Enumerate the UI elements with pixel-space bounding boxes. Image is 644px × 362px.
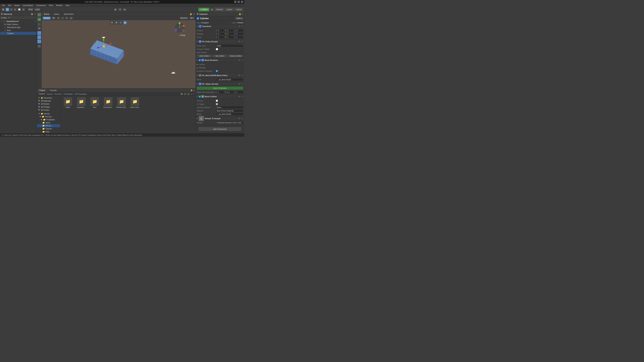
cloud-button[interactable]: ☁ xyxy=(210,8,214,11)
pos-y-field[interactable]: 0 xyxy=(226,29,234,32)
inspector-hamburger[interactable]: ☰ xyxy=(197,13,198,15)
search-button[interactable]: 🔍 xyxy=(180,93,183,95)
static-badge[interactable]: Static ▾ xyxy=(235,17,243,19)
file-icosphere[interactable]: 📁 Icosphere ... xyxy=(76,97,87,108)
menu-gameobject[interactable]: GameObject xyxy=(22,4,34,7)
menu-component[interactable]: Component xyxy=(35,4,47,7)
menu-file[interactable]: File xyxy=(1,4,6,7)
rot-z-field[interactable]: 0 xyxy=(236,32,243,35)
component-pbobject-header[interactable]: ▼ PO Pb_Object (Script) ⚙ ≡ xyxy=(196,82,244,86)
inspector-lock[interactable]: 🔒 xyxy=(238,13,241,15)
effects-toggle[interactable]: ✦ xyxy=(65,16,68,19)
file-runtimeedi[interactable]: 📁 Runtime Edi... xyxy=(116,97,128,108)
v-btn-x[interactable]: X xyxy=(37,31,41,35)
sidebar-item-allmodels[interactable]: 🔍 All Models xyxy=(37,102,60,105)
breadcrumb-probuilder[interactable]: ProBuilder xyxy=(64,93,72,95)
project-create-button[interactable]: Create ▾ xyxy=(38,93,45,95)
defaultproto-menu[interactable]: ≡ xyxy=(241,117,244,120)
tab-scene[interactable]: Scene xyxy=(42,12,52,16)
meshcollider-settings[interactable]: ⚙ xyxy=(238,95,240,98)
scene-icon-eye[interactable]: 👁 xyxy=(110,21,114,24)
scale-x-field[interactable]: 1 xyxy=(217,36,225,38)
sidebar-data[interactable]: 📁 Data xyxy=(37,130,60,133)
layers-button[interactable]: Layers xyxy=(225,8,234,11)
scene-icon-pencil[interactable]: ✏ xyxy=(119,21,122,24)
local-button[interactable]: Local xyxy=(34,8,40,11)
component-meshcollider-header[interactable]: ▼ MC Mesh Collider ⚙ ≡ xyxy=(196,95,244,98)
v-btn-z[interactable]: Z xyxy=(37,39,41,43)
v-btn-3d[interactable]: 3D xyxy=(37,44,41,48)
trigger-checkbox[interactable] xyxy=(216,103,218,105)
filter-button[interactable]: ☰ xyxy=(184,93,186,95)
hierarchy-item-maincamera[interactable]: 📷 Main Camera xyxy=(0,23,36,26)
mesh-collider-button[interactable]: Mesh Collider xyxy=(197,54,212,57)
sidebar-apiex[interactable]: 📁 API Ex... xyxy=(37,124,60,127)
breadcrumb-assets[interactable]: Assets xyxy=(47,93,52,95)
open-probuilder-button[interactable]: Open ProBuilder xyxy=(197,86,243,90)
all-button[interactable]: All▾ xyxy=(189,16,194,19)
pbobject-menu[interactable]: ≡ xyxy=(241,83,244,85)
scale-tool[interactable]: ⊡ xyxy=(13,8,17,11)
shader-field[interactable]: ProBuilder/Standard Vertex Color xyxy=(216,121,243,124)
v-btn-arrow[interactable]: → xyxy=(37,22,41,26)
mesh-field[interactable]: ⬡ pb_Mesh-83108 xyxy=(216,78,243,81)
layer-value[interactable]: Default xyxy=(237,22,243,24)
tab-game[interactable]: Game xyxy=(52,12,62,16)
account-button[interactable]: Account xyxy=(215,8,224,11)
minimize-project[interactable]: ▲ xyxy=(190,93,192,95)
sidebar-item-allscripts[interactable]: 🔍 All Scripts xyxy=(37,108,60,111)
menu-edit[interactable]: Edit xyxy=(7,4,12,7)
tab-assetstore[interactable]: Asset Store xyxy=(62,12,76,16)
transform-settings[interactable]: ⚙ xyxy=(238,25,240,27)
hierarchy-lock[interactable]: 🔒 xyxy=(31,13,33,15)
cooking-field[interactable]: Mixed... xyxy=(216,106,243,109)
sidebar-item-allprefabs[interactable]: 🔍 All Prefabs xyxy=(37,105,60,108)
v-btn-arrows[interactable]: ⇄ xyxy=(37,26,41,30)
breadcrumb-apiexamples[interactable]: API Examples xyxy=(75,93,87,95)
tab-console[interactable]: Console xyxy=(48,88,59,92)
pbobject-settings[interactable]: ⚙ xyxy=(238,83,240,85)
sidebar-item-allmaterials[interactable]: 🔍 All Materials xyxy=(37,99,60,102)
remove-collider-button[interactable]: Remove Collider xyxy=(228,54,243,57)
close-button[interactable]: ✕ xyxy=(241,1,243,3)
universal-tool[interactable]: ⊕ xyxy=(22,8,25,11)
hand-tool[interactable]: ✋ xyxy=(1,8,5,11)
tag-value[interactable]: Untagged xyxy=(201,22,215,24)
hierarchy-close[interactable]: ✕ xyxy=(34,13,36,15)
rot-x-field[interactable]: 0 xyxy=(217,32,225,35)
meshrenderer-settings[interactable]: ⚙ xyxy=(238,59,240,61)
rotate-tool[interactable]: ↺ xyxy=(10,8,13,11)
file-misc[interactable]: 📁 Misc xyxy=(89,97,100,108)
lighting-section[interactable]: ▶ Lighting xyxy=(197,63,243,66)
collab-button[interactable]: ✓ Collab ▾ xyxy=(198,8,209,11)
entitytype-field[interactable]: Detail xyxy=(216,44,243,47)
file-procedural[interactable]: 📁 Procedural... xyxy=(102,97,114,108)
collider-mesh-field[interactable]: ⬡ pb_Mesh-83108 xyxy=(216,113,243,115)
pbentity-menu[interactable]: ≡ xyxy=(241,40,244,43)
scene-panel-close[interactable]: ✕ xyxy=(193,13,195,15)
menu-help[interactable]: Help xyxy=(64,4,71,7)
sidebar-about[interactable]: 📁 About xyxy=(37,121,60,124)
pos-x-field[interactable]: 0 xyxy=(217,29,225,32)
meshcollider-enabled[interactable] xyxy=(199,95,201,97)
pbmesh-menu[interactable]: ≡ xyxy=(241,74,244,77)
sidebar-classes[interactable]: 📁 Classes xyxy=(37,127,60,130)
light-toggle[interactable]: ☀ xyxy=(56,16,60,19)
pivot-button[interactable]: Pivot xyxy=(28,8,34,11)
scale-z-field[interactable]: 1 xyxy=(236,36,243,38)
hierarchy-hamburger[interactable]: ☰ xyxy=(1,13,3,15)
pbmesh-settings[interactable]: ⚙ xyxy=(238,74,240,77)
project-panel-lock[interactable]: 🔒 xyxy=(190,89,193,91)
rect-tool[interactable]: ⬜ xyxy=(17,8,22,11)
sidebar-procore[interactable]: ▼ 📁 ProCore xyxy=(37,115,60,118)
rot-y-field[interactable]: 0 xyxy=(226,32,234,35)
scene-icon-play[interactable]: ▶ xyxy=(123,21,127,24)
material-field[interactable]: None (Physic Material) xyxy=(216,109,243,112)
inspector-close[interactable]: ✕ xyxy=(241,13,243,15)
audio-toggle[interactable]: ♪ xyxy=(61,16,64,19)
dynamicoccluded-checkbox[interactable] xyxy=(216,70,218,72)
meshrenderer-enabled[interactable] xyxy=(199,59,201,61)
maximize-button[interactable]: □ xyxy=(238,1,240,3)
object-active-checkbox[interactable] xyxy=(197,17,199,19)
step-button[interactable]: ⏭ xyxy=(123,8,127,11)
